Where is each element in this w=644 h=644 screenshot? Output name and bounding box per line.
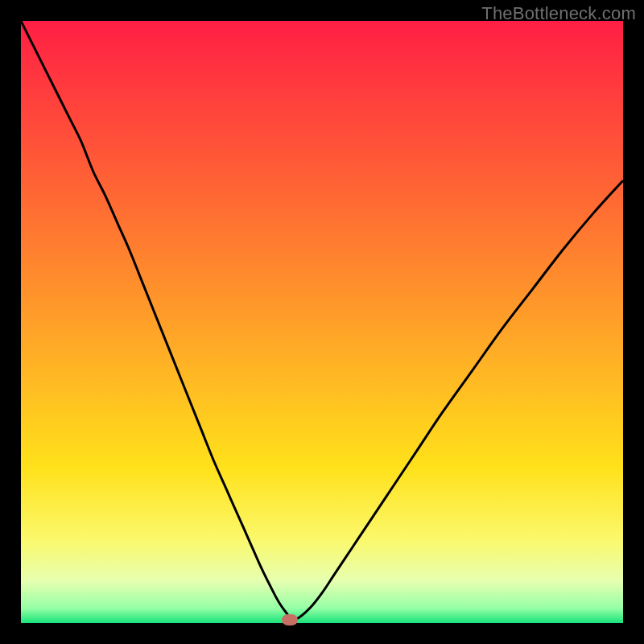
frame: TheBottleneck.com — [0, 0, 644, 644]
optimum-marker — [282, 614, 298, 625]
plot-area — [21, 21, 623, 623]
bottleneck-curve — [21, 21, 623, 620]
curve-layer — [21, 21, 623, 623]
